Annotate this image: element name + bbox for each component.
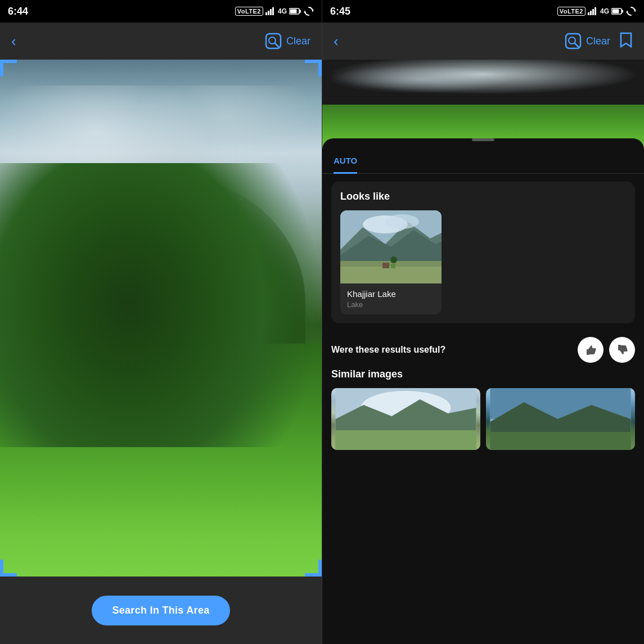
left-status-bar: 6:44 VoLTE2 4G [0, 0, 322, 22]
similar-img-2-svg [486, 388, 635, 450]
left-lens-icon [265, 33, 282, 49]
right-battery-icon [611, 7, 624, 15]
left-house-roof [151, 375, 164, 380]
left-battery-icon [289, 7, 301, 15]
left-house-icon [155, 372, 165, 380]
result-name: Khajjiar Lake [347, 289, 435, 299]
left-image-area [0, 60, 322, 577]
svg-marker-8 [304, 11, 306, 13]
left-status-icons: VoLTE2 4G [235, 6, 314, 16]
left-signal-icon [265, 7, 276, 15]
results-sheet: AUTO Looks like [322, 138, 644, 644]
left-panel: 6:44 VoLTE2 4G ‹ [0, 0, 322, 644]
svg-rect-31 [382, 263, 389, 268]
right-clear-label[interactable]: Clear [586, 35, 610, 47]
svg-point-30 [385, 214, 419, 229]
looks-like-section: Looks like [331, 182, 635, 323]
similar-image-2[interactable] [486, 388, 635, 450]
khajjiar-thumbnail [340, 210, 442, 283]
feedback-row: Were these results useful? [322, 331, 644, 368]
svg-rect-0 [265, 12, 267, 15]
svg-rect-39 [336, 430, 476, 450]
thumbs-down-icon [616, 344, 628, 356]
svg-rect-18 [613, 10, 619, 13]
right-cloud-preview [322, 60, 644, 109]
svg-rect-15 [595, 7, 596, 15]
svg-line-23 [575, 43, 578, 47]
left-4g-badge: 4G [278, 7, 287, 15]
thumbs-down-button[interactable] [609, 337, 635, 363]
khajjiar-image [340, 210, 442, 283]
left-top-bar-right: Clear [265, 33, 310, 49]
svg-rect-1 [268, 11, 269, 15]
svg-rect-43 [490, 432, 631, 450]
svg-rect-14 [592, 9, 594, 15]
khajjiar-svg-overlay [340, 210, 442, 283]
svg-rect-13 [590, 11, 592, 15]
looks-like-title: Looks like [340, 191, 626, 202]
svg-rect-12 [588, 12, 589, 15]
left-sync-icon [304, 6, 314, 16]
left-field-layer [0, 344, 322, 577]
svg-rect-3 [272, 7, 274, 15]
right-sync-icon [626, 6, 636, 16]
thumbs-up-icon [584, 344, 597, 356]
right-top-bar: ‹ Clear [322, 22, 644, 60]
search-in-area-button[interactable]: Search In This Area [92, 596, 229, 625]
left-cloud-layer [0, 85, 322, 241]
svg-rect-6 [290, 10, 297, 13]
result-card-info: Khajjiar Lake Lake [340, 283, 442, 314]
right-time: 6:45 [330, 6, 350, 17]
result-card-khajjiar[interactable]: Khajjiar Lake Lake [340, 210, 442, 314]
sheet-handle [472, 138, 494, 141]
left-lens-button[interactable]: Clear [265, 33, 310, 49]
right-status-icons: VoLTE2 4G [557, 6, 636, 16]
thumbs-up-button[interactable] [578, 337, 604, 363]
tab-auto[interactable]: AUTO [334, 151, 357, 174]
right-panel: 6:45 VoLTE2 4G ‹ [322, 0, 644, 644]
result-type: Lake [347, 300, 435, 309]
similar-images-section: Similar images [322, 368, 644, 450]
svg-marker-20 [626, 11, 628, 13]
feedback-buttons [578, 337, 635, 363]
similar-img-1-svg [331, 388, 480, 450]
feedback-text: Were these results useful? [331, 345, 445, 355]
svg-line-11 [275, 43, 278, 47]
right-lens-icon [565, 33, 582, 49]
svg-point-33 [390, 256, 397, 263]
left-volte-badge: VoLTE2 [235, 7, 263, 16]
right-back-button[interactable]: ‹ [334, 34, 339, 48]
similar-images-grid [331, 388, 635, 450]
right-top-bar-right: Clear [565, 32, 633, 50]
left-corner-bl-v [0, 560, 3, 577]
svg-rect-28 [340, 267, 442, 283]
svg-rect-17 [622, 10, 623, 13]
bookmark-icon [619, 32, 633, 48]
right-volte-badge: VoLTE2 [557, 7, 586, 16]
svg-rect-32 [391, 264, 395, 268]
svg-rect-2 [270, 9, 272, 15]
left-corner-tl-v [0, 60, 3, 76]
right-4g-badge: 4G [600, 7, 609, 15]
right-signal-icon [588, 7, 598, 15]
svg-marker-19 [634, 10, 636, 11]
svg-rect-35 [618, 345, 620, 350]
similar-image-1[interactable] [331, 388, 480, 450]
right-lens-button[interactable]: Clear [565, 33, 610, 49]
similar-images-title: Similar images [331, 368, 635, 380]
left-back-button[interactable]: ‹ [11, 34, 16, 48]
left-time: 6:44 [8, 6, 28, 17]
left-top-bar: ‹ Clear [0, 22, 322, 60]
left-forest-layer [16, 173, 306, 432]
right-bookmark-button[interactable] [619, 32, 633, 50]
left-landscape-image [0, 60, 322, 577]
right-status-bar: 6:45 VoLTE2 4G [322, 0, 644, 22]
svg-rect-5 [299, 10, 301, 13]
right-image-preview [322, 60, 644, 150]
tab-bar: AUTO [322, 151, 644, 174]
left-bottom-bar: Search In This Area [0, 577, 322, 644]
svg-marker-7 [312, 10, 314, 11]
svg-rect-34 [587, 349, 589, 355]
left-clear-label[interactable]: Clear [286, 35, 310, 47]
